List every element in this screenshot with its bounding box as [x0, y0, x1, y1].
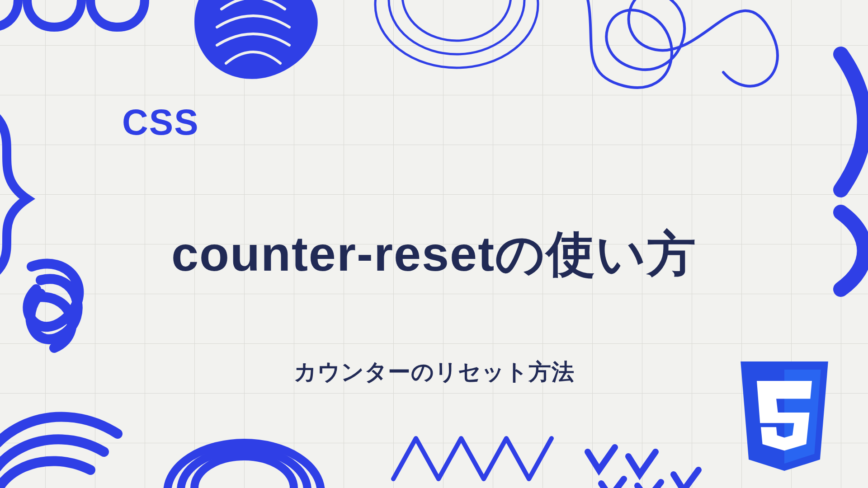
doodle-top-left-loops — [0, 0, 145, 27]
doodle-zigzag — [393, 438, 552, 479]
svg-point-0 — [375, 0, 538, 68]
doodle-checks — [588, 447, 698, 488]
doodle-tangle-top-right — [579, 0, 778, 88]
doodle-solid-blob — [194, 0, 318, 79]
svg-point-5 — [194, 456, 294, 488]
doodle-thin-circles-top — [375, 0, 538, 68]
doodle-bottom-oval — [167, 443, 321, 488]
svg-point-2 — [402, 0, 511, 41]
page-title: counter-resetの使い方 — [0, 221, 868, 287]
slide-canvas: CSS counter-resetの使い方 カウンターのリセット方法 — [0, 0, 868, 488]
svg-point-1 — [389, 0, 524, 54]
css3-badge-icon — [732, 361, 836, 479]
doodle-bottom-left-arcs — [0, 417, 118, 488]
kicker-label: CSS — [122, 102, 199, 143]
